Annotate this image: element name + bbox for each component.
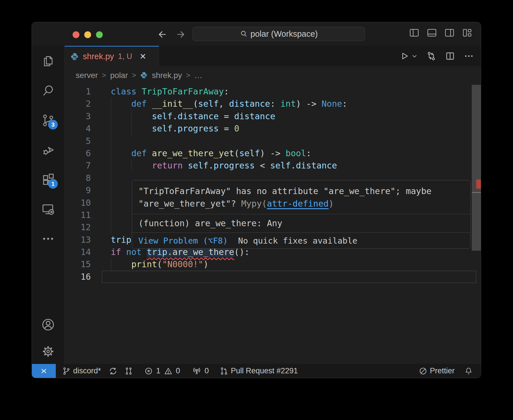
python-file-icon bbox=[140, 71, 148, 79]
overview-ruler-error-mark bbox=[476, 180, 481, 189]
run-python-file-button[interactable] bbox=[399, 51, 418, 61]
problem-message: "TripToFarFarAway" has no attribute "are… bbox=[132, 180, 470, 214]
zoom-window-button[interactable] bbox=[96, 31, 103, 38]
tab-problem-badge: 1, U bbox=[118, 52, 132, 61]
remote-indicator[interactable] bbox=[32, 364, 56, 378]
close-window-button[interactable] bbox=[73, 31, 79, 38]
remote-explorer-icon[interactable] bbox=[41, 202, 56, 217]
navigate-back-button[interactable] bbox=[157, 29, 167, 40]
explorer-icon[interactable] bbox=[41, 54, 56, 69]
breadcrumb-separator: > bbox=[186, 71, 190, 80]
activity-bar: 3 1 bbox=[32, 46, 65, 365]
minimize-window-button[interactable] bbox=[84, 31, 91, 38]
line-number: 5 bbox=[65, 135, 91, 147]
vscode-window: polar (Workspace) bbox=[32, 22, 481, 378]
symbol-signature: (function) are_we_there: Any bbox=[132, 214, 470, 233]
code-line[interactable]: 16 bbox=[65, 271, 481, 283]
run-debug-icon[interactable] bbox=[41, 143, 56, 157]
toggle-secondary-sidebar-icon[interactable] bbox=[444, 28, 455, 38]
sync-icon bbox=[108, 367, 118, 376]
ports-count: 0 bbox=[205, 367, 209, 375]
compare-changes-status-item[interactable] bbox=[124, 367, 133, 375]
code-line[interactable]: 5 bbox=[65, 135, 481, 147]
line-number: 9 bbox=[65, 184, 91, 196]
line-number: 15 bbox=[65, 258, 91, 270]
chevron-down-icon bbox=[411, 53, 418, 59]
hover-problem-widget: "TripToFarFarAway" has no attribute "are… bbox=[132, 180, 471, 249]
extensions-badge: 1 bbox=[48, 179, 58, 189]
line-number: 8 bbox=[65, 172, 91, 184]
view-problem-link[interactable]: View Problem (⌥F8) bbox=[138, 236, 228, 246]
toggle-primary-sidebar-icon[interactable] bbox=[409, 28, 419, 38]
notifications-status-item[interactable] bbox=[464, 367, 473, 375]
breadcrumb-separator: > bbox=[132, 71, 136, 80]
toggle-panel-icon[interactable] bbox=[427, 28, 437, 38]
customize-layout-icon[interactable] bbox=[462, 28, 472, 38]
close-tab-icon[interactable]: ✕ bbox=[139, 52, 146, 61]
breadcrumb-item-file[interactable]: shrek.py bbox=[152, 71, 182, 80]
python-file-icon bbox=[70, 52, 79, 61]
line-number: 4 bbox=[65, 122, 91, 135]
formatter-label: Prettier bbox=[430, 367, 455, 375]
pull-request-label: Pull Request #2291 bbox=[231, 367, 298, 375]
line-number: 2 bbox=[65, 98, 91, 110]
more-actions-icon[interactable] bbox=[464, 51, 474, 61]
branch-name: discord* bbox=[73, 367, 101, 375]
code-line[interactable]: 2 def __init__(self, distance: int) -> N… bbox=[65, 98, 481, 110]
attr-defined-link[interactable]: attr-defined bbox=[267, 199, 329, 209]
line-number: 16 bbox=[65, 271, 91, 283]
pull-request-icon bbox=[220, 367, 228, 375]
branch-status-item[interactable]: discord* bbox=[62, 367, 101, 375]
open-changes-icon[interactable] bbox=[426, 51, 436, 61]
line-number: 12 bbox=[65, 221, 91, 233]
source-control-icon[interactable]: 3 bbox=[41, 113, 56, 128]
code-line[interactable]: 3 self.distance = distance bbox=[65, 110, 481, 122]
ports-status-item[interactable]: 0 bbox=[192, 367, 209, 376]
sync-status-item[interactable] bbox=[108, 367, 118, 376]
code-editor[interactable]: 1class TripToFarFarAway: 2 def __init__(… bbox=[65, 84, 481, 365]
workspace-title: polar (Workspace) bbox=[251, 29, 318, 39]
settings-gear-icon[interactable] bbox=[41, 344, 56, 359]
tab-bar: shrek.py 1, U ✕ bbox=[65, 46, 481, 66]
desktop-background: polar (Workspace) bbox=[0, 0, 513, 420]
breadcrumb-item-polar[interactable]: polar bbox=[110, 71, 128, 80]
breadcrumb-item-symbol[interactable]: … bbox=[194, 71, 202, 80]
breadcrumb: server > polar > shrek.py > … bbox=[65, 66, 481, 84]
tab-shrek-py[interactable]: shrek.py 1, U ✕ bbox=[65, 46, 159, 66]
line-number: 14 bbox=[65, 246, 91, 258]
code-line[interactable]: 7 return self.progress < self.distance bbox=[65, 159, 481, 172]
breadcrumb-item-server[interactable]: server bbox=[76, 71, 98, 80]
status-bar: discord* 1 0 0 bbox=[32, 364, 481, 378]
radio-tower-icon bbox=[192, 367, 201, 376]
search-view-icon[interactable] bbox=[41, 83, 56, 98]
line-number: 11 bbox=[65, 209, 91, 221]
bell-icon bbox=[464, 367, 473, 375]
accounts-icon[interactable] bbox=[41, 317, 56, 332]
split-editor-icon[interactable] bbox=[445, 51, 455, 61]
code-line[interactable]: 15 print("N0000!") bbox=[65, 258, 481, 270]
search-icon bbox=[240, 30, 248, 38]
more-views-icon[interactable] bbox=[41, 231, 56, 246]
git-branch-icon bbox=[62, 367, 71, 375]
no-quick-fixes-label: No quick fixes available bbox=[238, 236, 357, 246]
pull-request-status-item[interactable]: Pull Request #2291 bbox=[220, 367, 298, 375]
compare-changes-icon bbox=[124, 367, 133, 375]
breadcrumb-separator: > bbox=[102, 71, 106, 80]
extensions-icon[interactable]: 1 bbox=[41, 172, 56, 187]
error-circle-icon bbox=[144, 367, 153, 375]
line-number: 3 bbox=[65, 110, 91, 122]
navigate-forward-button[interactable] bbox=[176, 29, 186, 40]
line-number: 10 bbox=[65, 197, 91, 209]
tab-label: shrek.py bbox=[83, 52, 114, 61]
line-number: 6 bbox=[65, 147, 91, 159]
code-line[interactable]: 4 self.progress = 0 bbox=[65, 122, 481, 135]
scrollbar-divider bbox=[472, 192, 481, 193]
code-line[interactable]: 1class TripToFarFarAway: bbox=[65, 85, 481, 98]
formatter-status-item[interactable]: Prettier bbox=[419, 367, 455, 375]
code-line[interactable]: 6 def are_we_there_yet(self) -> bool: bbox=[65, 147, 481, 159]
command-center-search[interactable]: polar (Workspace) bbox=[192, 27, 365, 41]
title-bar: polar (Workspace) bbox=[32, 22, 481, 46]
problems-status-item[interactable]: 1 0 bbox=[144, 367, 180, 375]
warning-count: 0 bbox=[176, 367, 180, 375]
scrollbar-thumb[interactable] bbox=[472, 85, 481, 251]
